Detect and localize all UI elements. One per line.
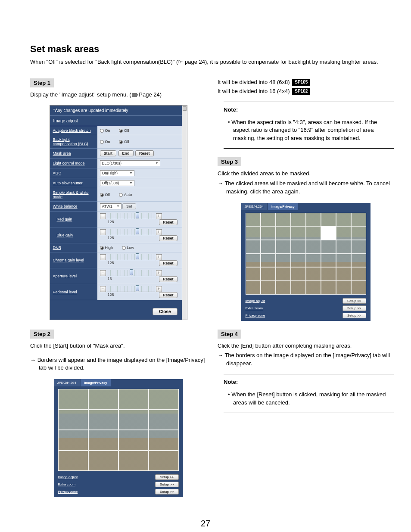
row-rg-label[interactable]: Red gain — [50, 211, 97, 227]
row-pdl-label[interactable]: Pedestal level — [50, 284, 97, 300]
mask-cell[interactable] — [351, 226, 366, 240]
mask-cell[interactable] — [351, 281, 366, 295]
wb-set-button[interactable]: Set — [122, 203, 136, 209]
mask-cell[interactable] — [336, 213, 351, 227]
mask-cell[interactable] — [321, 240, 336, 254]
p2-ia-setup[interactable]: Setup >> — [342, 298, 366, 304]
mask-cell[interactable] — [291, 213, 306, 227]
p2-pz[interactable]: Privacy zone — [246, 314, 269, 317]
p1-pz-setup[interactable]: Setup >> — [155, 489, 178, 495]
abs-off[interactable]: Off — [119, 128, 129, 133]
mask-cell[interactable] — [261, 240, 276, 254]
mask-cell[interactable] — [261, 226, 276, 240]
row-cgl-label[interactable]: Chroma gain level — [50, 252, 97, 268]
dnr-high[interactable]: High — [100, 246, 113, 250]
mask-cell[interactable] — [276, 240, 291, 254]
p1-ez[interactable]: Extra zoom — [58, 482, 82, 486]
p1-pz[interactable]: Privacy zone — [58, 490, 82, 494]
mask-cell[interactable] — [351, 254, 366, 268]
cgl-plus[interactable]: + — [156, 254, 162, 260]
abs-on[interactable]: On — [100, 128, 110, 133]
row-abs-label[interactable]: Adaptive black stretch — [50, 126, 97, 135]
mask-cell[interactable] — [306, 254, 321, 268]
wb-select[interactable]: ATW1 — [100, 203, 121, 209]
apl-slider[interactable] — [107, 270, 155, 276]
mask-cell[interactable] — [336, 254, 351, 268]
pdl-reset[interactable]: Reset — [159, 292, 177, 298]
mask-cell[interactable] — [336, 281, 351, 295]
mask-cell[interactable] — [321, 213, 336, 227]
apl-reset[interactable]: Reset — [159, 276, 177, 282]
mask-cell[interactable] — [246, 267, 261, 281]
mask-cell[interactable] — [336, 267, 351, 281]
mask-cell[interactable] — [276, 226, 291, 240]
scrollbar[interactable] — [182, 106, 187, 320]
row-lcm-label[interactable]: Light control mode — [50, 158, 97, 168]
rg-reset[interactable]: Reset — [159, 219, 177, 225]
pdl-plus[interactable]: + — [156, 286, 162, 292]
close-button[interactable]: Close — [153, 308, 177, 315]
mask-cell[interactable] — [306, 213, 321, 227]
cgl-reset[interactable]: Reset — [159, 260, 177, 266]
ass-select[interactable]: Off(1/30s) — [100, 180, 134, 186]
sbw-off[interactable]: Off — [100, 193, 110, 197]
blc-off[interactable]: Off — [119, 140, 129, 144]
mask-cell[interactable] — [246, 226, 261, 240]
row-ass-label[interactable]: Auto slow shutter — [50, 178, 97, 188]
mask-cell[interactable] — [291, 267, 306, 281]
mask-cell[interactable] — [306, 267, 321, 281]
mask-cell[interactable] — [246, 240, 261, 254]
mask-cell[interactable] — [291, 240, 306, 254]
lcm-select[interactable]: ELC(1/30s) — [100, 160, 160, 166]
bg-plus[interactable]: + — [156, 229, 162, 235]
mask-cell[interactable] — [276, 254, 291, 268]
mask-cell[interactable] — [246, 254, 261, 268]
row-mask-label[interactable]: Mask area — [50, 148, 97, 158]
bg-minus[interactable]: − — [100, 229, 106, 235]
p1-ia[interactable]: Image adjust — [58, 475, 82, 479]
p2-ez[interactable]: Extra zoom — [246, 306, 269, 310]
cgl-minus[interactable]: − — [100, 254, 106, 260]
mask-cell[interactable] — [351, 213, 366, 227]
mask-cell[interactable] — [276, 281, 291, 295]
p2-pz-setup[interactable]: Setup >> — [342, 313, 366, 318]
apl-plus[interactable]: + — [156, 270, 162, 276]
mask-cell[interactable] — [276, 213, 291, 227]
pdl-minus[interactable]: − — [100, 286, 106, 292]
row-bg-label[interactable]: Blue gain — [50, 227, 97, 243]
mask-cell[interactable] — [306, 240, 321, 254]
row-agc-label[interactable]: AGC — [50, 168, 97, 178]
mask-cell[interactable] — [291, 254, 306, 268]
mask-reset-button[interactable]: Reset — [135, 150, 154, 156]
mask-cell[interactable] — [336, 240, 351, 254]
rg-plus[interactable]: + — [156, 213, 162, 219]
mask-cell[interactable] — [291, 281, 306, 295]
row-sbw-label[interactable]: Simple black & white mode — [50, 188, 97, 201]
row-apl-label[interactable]: Aperture level — [50, 268, 97, 284]
tab-jpeg-2[interactable]: JPEG/H.264 — [241, 203, 267, 210]
mask-cell[interactable] — [351, 267, 366, 281]
mask-cell[interactable] — [291, 226, 306, 240]
mask-cell[interactable] — [261, 254, 276, 268]
p1-ia-setup[interactable]: Setup >> — [155, 474, 178, 480]
mask-cell[interactable] — [336, 226, 351, 240]
mask-cell[interactable] — [321, 254, 336, 268]
mask-cell[interactable] — [321, 267, 336, 281]
mask-cell[interactable] — [351, 240, 366, 254]
p1-ez-setup[interactable]: Setup >> — [155, 482, 178, 487]
mask-cell[interactable] — [276, 267, 291, 281]
mask-cell[interactable] — [321, 281, 336, 295]
tab-jpeg[interactable]: JPEG/H.264 — [54, 379, 80, 386]
mask-cell[interactable] — [261, 267, 276, 281]
cgl-slider[interactable] — [107, 254, 155, 260]
mask-cell[interactable] — [246, 281, 261, 295]
apl-minus[interactable]: − — [100, 270, 106, 276]
p2-ia[interactable]: Image adjust — [246, 299, 269, 303]
bg-slider[interactable] — [107, 229, 155, 235]
mask-cell[interactable] — [306, 281, 321, 295]
blc-on[interactable]: On — [100, 140, 110, 144]
mask-start-button[interactable]: Start — [100, 150, 117, 156]
agc-select[interactable]: On(High) — [100, 170, 134, 176]
row-dnr-label[interactable]: DNR — [50, 243, 97, 252]
row-wb-label[interactable]: White balance — [50, 201, 97, 211]
